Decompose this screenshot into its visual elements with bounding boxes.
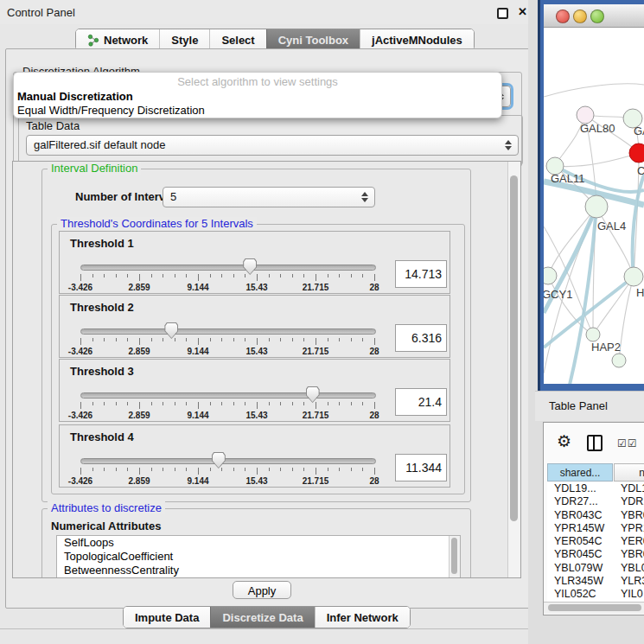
vertical-scrollbar[interactable] — [507, 162, 520, 577]
table-cell[interactable]: YBL079W — [547, 562, 619, 575]
tab-select[interactable]: Select — [209, 29, 265, 50]
table-cell[interactable]: YDR27... — [547, 495, 619, 508]
attribute-list-item[interactable]: BetweennessCentrality — [57, 564, 460, 577]
scrollbar-thumb[interactable] — [510, 175, 518, 521]
slider-tick — [280, 402, 281, 405]
close-traffic-light[interactable] — [556, 10, 570, 23]
table-cell[interactable]: YBR0 — [619, 509, 644, 522]
zoom-traffic-light[interactable] — [590, 10, 604, 23]
threshold-value-field[interactable]: 21.4 — [395, 388, 447, 416]
table-row[interactable]: YER054CYER0 — [547, 535, 644, 548]
slider-tick-label: 2.859 — [128, 347, 150, 356]
threshold-value-field[interactable]: 6.316 — [395, 324, 447, 352]
attribute-list-item[interactable]: TopologicalCoefficient — [57, 550, 460, 564]
threshold-slider[interactable]: -3.4262.8599.14415.4321.71528 — [80, 261, 374, 292]
slider-thumb[interactable] — [306, 386, 320, 403]
list-scrollbar-thumb[interactable] — [451, 538, 457, 574]
slider-tick — [233, 338, 234, 341]
slider-thumb[interactable] — [212, 452, 226, 469]
slider-tick — [116, 468, 117, 471]
slider-tick-labels: -3.4262.8599.14415.4321.71528 — [80, 411, 374, 421]
scrollbar-thumb[interactable] — [548, 604, 641, 611]
table-cell[interactable]: YLR3 — [619, 575, 644, 588]
table-cell[interactable]: YBR0 — [619, 548, 644, 561]
slider-tick — [198, 468, 199, 475]
table-cell[interactable]: YDL19... — [547, 482, 619, 495]
gear-icon[interactable]: ⚙ — [557, 431, 571, 451]
column-header-name[interactable]: na — [614, 463, 644, 481]
threshold-slider[interactable]: -3.4262.8599.14415.4321.71528 — [80, 389, 374, 420]
table-cell[interactable]: YER0 — [619, 535, 644, 548]
close-icon[interactable]: ✕ — [518, 5, 527, 18]
attribute-list-item[interactable]: SelfLoops — [57, 536, 460, 550]
table-data-combobox[interactable]: galFiltered.sif default node — [26, 135, 519, 156]
slider-track[interactable] — [80, 392, 376, 399]
select-columns-icon[interactable]: ☑☑ — [617, 437, 638, 450]
node-gal80[interactable] — [577, 106, 594, 124]
table-row[interactable]: YLR345WYLR3 — [547, 575, 644, 588]
tab-discretize-data[interactable]: Discretize Data — [210, 607, 314, 628]
slider-track[interactable] — [80, 265, 376, 271]
table-row[interactable]: YDL19...YDL1 — [547, 482, 644, 495]
tab-style[interactable]: Style — [159, 29, 209, 50]
table-cell[interactable]: YIL0 — [619, 588, 644, 601]
table-row[interactable]: YBR043CYBR0 — [547, 509, 644, 522]
tab-jactivemnodules[interactable]: jActiveMNodules — [360, 29, 474, 50]
table-row[interactable]: YIL052CYIL0 — [547, 588, 644, 601]
slider-tick — [339, 338, 340, 341]
float-window-icon[interactable] — [497, 8, 508, 19]
minimize-traffic-light[interactable] — [573, 10, 587, 23]
columns-icon[interactable] — [587, 435, 603, 451]
slider-track[interactable] — [80, 458, 376, 464]
tab-infer-network[interactable]: Infer Network — [315, 607, 410, 628]
network-window-titlebar[interactable] — [544, 4, 644, 28]
thresholds-group: Threshold's Coordinates for 5 Intervals … — [51, 224, 465, 494]
table-cell[interactable]: YBR045C — [547, 548, 619, 561]
threshold-value-field[interactable]: 14.713 — [395, 260, 447, 288]
slider-tick-label: 15.43 — [245, 347, 267, 356]
apply-button[interactable]: Apply — [233, 581, 291, 599]
number-of-intervals-combobox[interactable]: 5 — [163, 187, 375, 207]
threshold-slider[interactable]: -3.4262.8599.14415.4321.71528 — [80, 455, 374, 486]
table-cell[interactable]: YDL1 — [619, 482, 644, 495]
slider-thumb[interactable] — [164, 322, 178, 339]
slider-tick — [127, 402, 128, 405]
table-cell[interactable]: YDR2 — [619, 495, 644, 508]
table-cell[interactable]: YBL0 — [619, 562, 644, 575]
node-bottom[interactable] — [612, 354, 626, 367]
table-row[interactable]: YBR045CYBR0 — [547, 548, 644, 561]
table-row[interactable]: YPR145WYPR1 — [547, 522, 644, 535]
node-gal4[interactable] — [585, 195, 608, 218]
horizontal-scrollbar[interactable] — [544, 602, 644, 614]
tab-network[interactable]: Network — [76, 29, 159, 50]
node-selected-red[interactable] — [629, 143, 644, 163]
threshold-slider[interactable]: -3.4262.8599.14415.4321.71528 — [80, 325, 374, 356]
threshold-value-field[interactable]: 11.344 — [395, 454, 447, 481]
network-canvas[interactable]: GAL80GACGAL11GAL4GCY1HHAP2 — [544, 28, 644, 384]
dropdown-item-equal-width-frequency[interactable]: Equal Width/Frequency Discretization — [14, 104, 501, 118]
node-gcy1[interactable] — [544, 267, 557, 284]
column-header-shared-name[interactable]: shared... — [547, 463, 613, 481]
dropdown-placeholder-item[interactable]: Select algorithm to view settings — [14, 75, 501, 90]
table-cell[interactable]: YBR043C — [547, 509, 619, 522]
slider-tick — [257, 468, 258, 475]
table-panel-title: Table Panel — [549, 399, 608, 412]
node-h[interactable] — [624, 267, 643, 286]
table-row[interactable]: YDR27...YDR2 — [547, 495, 644, 508]
list-scrollbar[interactable] — [449, 536, 460, 578]
table-cell[interactable]: YPR1 — [619, 522, 644, 535]
dropdown-item-manual-discretization[interactable]: Manual Discretization — [14, 90, 501, 104]
table-cell[interactable]: YER054C — [547, 535, 619, 548]
tab-impute-data[interactable]: Impute Data — [124, 607, 210, 628]
table-row[interactable]: YBL079WYBL0 — [547, 562, 644, 575]
slider-track[interactable] — [80, 328, 376, 335]
slider-thumb[interactable] — [243, 258, 257, 275]
slider-tick — [233, 468, 234, 471]
table-cell[interactable]: YLR345W — [547, 575, 619, 588]
slider-tick — [280, 274, 281, 277]
table-cell[interactable]: YIL052C — [547, 588, 619, 601]
tab-cyni-toolbox[interactable]: Cyni Toolbox — [266, 29, 360, 50]
node-hap2[interactable] — [586, 328, 600, 341]
table-cell[interactable]: YPR145W — [547, 522, 619, 535]
slider-tick — [316, 274, 316, 281]
